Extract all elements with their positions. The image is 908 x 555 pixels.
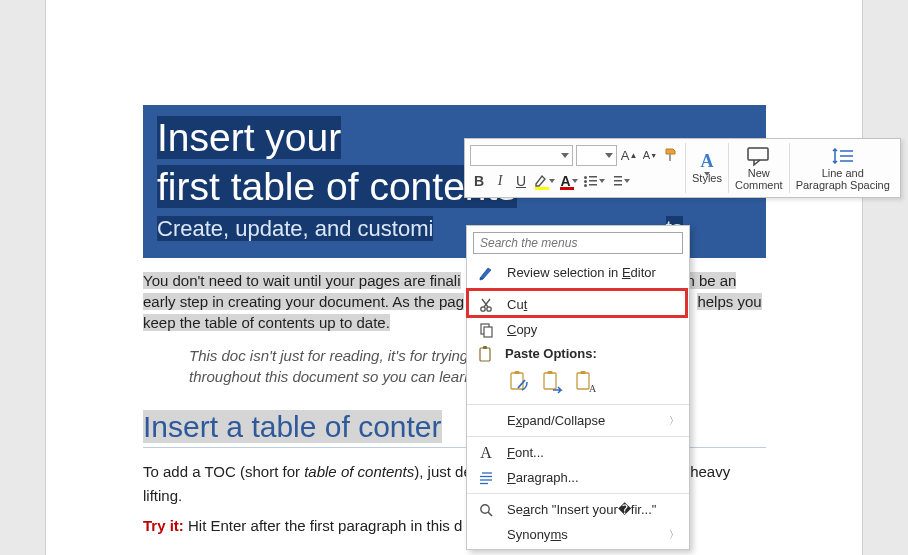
paragraph-icon (477, 469, 495, 487)
italic-button[interactable]: I (491, 172, 509, 190)
font-size-combo[interactable] (576, 145, 617, 166)
font-color-button[interactable]: A (558, 172, 580, 190)
chevron-right-icon: 〉 (669, 414, 679, 428)
banner-title-line2: first table of contents (157, 165, 517, 208)
svg-rect-13 (544, 373, 556, 389)
mini-toolbar: A▲ A▼ B I U A A Styles New (464, 138, 901, 198)
banner-title-line1: Insert your (157, 116, 341, 159)
menu-synonyms[interactable]: Synonyms 〉 (467, 522, 689, 547)
search-icon (477, 501, 495, 519)
paste-merge[interactable] (540, 369, 564, 395)
menu-review-in-editor[interactable]: Review selection in Editor (467, 260, 689, 285)
editor-icon (477, 264, 495, 282)
line-spacing-button[interactable]: Line and Paragraph Spacing (790, 139, 896, 197)
dropdown-icon (605, 153, 613, 158)
font-name-combo[interactable] (470, 145, 573, 166)
bold-button[interactable]: B (470, 172, 488, 190)
paste-keep-source[interactable] (507, 369, 531, 395)
menu-search (473, 232, 683, 254)
svg-rect-16 (581, 371, 586, 374)
svg-rect-14 (548, 371, 553, 374)
copy-icon (477, 321, 495, 339)
svg-rect-11 (511, 373, 523, 389)
context-menu: Review selection in Editor Cut Copy Past… (466, 225, 690, 550)
bullets-button[interactable] (583, 172, 605, 190)
menu-paragraph[interactable]: Paragraph... (467, 465, 689, 490)
menu-copy[interactable]: Copy (467, 317, 689, 342)
spacing-icon (830, 145, 856, 167)
menu-font[interactable]: A Font... (467, 440, 689, 465)
svg-rect-1 (748, 148, 768, 160)
svg-rect-10 (483, 346, 487, 349)
menu-search-input[interactable] (473, 232, 683, 254)
menu-expand-collapse[interactable]: Expand/Collapse 〉 (467, 408, 689, 433)
styles-icon: A (694, 152, 720, 172)
tryit-label: Try it: (143, 517, 188, 534)
menu-paste-options-header: Paste Options: (467, 342, 689, 365)
paste-options-row: A (467, 365, 689, 401)
svg-point-22 (481, 504, 489, 512)
comment-icon (746, 145, 772, 167)
svg-line-23 (488, 512, 492, 516)
svg-rect-9 (480, 348, 490, 361)
dropdown-icon (561, 153, 569, 158)
highlight-button[interactable] (533, 172, 555, 190)
paste-text-only[interactable]: A (573, 369, 597, 395)
highlight-annotation (466, 288, 688, 318)
chevron-right-icon: 〉 (669, 528, 679, 542)
bullets-icon (584, 174, 598, 188)
grow-font-button[interactable]: A▲ (620, 146, 638, 164)
clipboard-icon (477, 345, 493, 363)
new-comment-button[interactable]: New Comment (729, 139, 789, 197)
font-group: A▲ A▼ B I U A (465, 139, 685, 197)
underline-button[interactable]: U (512, 172, 530, 190)
highlight-color-swatch (535, 187, 549, 190)
numbering-icon (609, 174, 623, 188)
format-painter-button[interactable] (662, 146, 680, 164)
numbering-button[interactable] (608, 172, 630, 190)
page: Insert your first table of contents Crea… (46, 0, 862, 555)
font-color-swatch (560, 187, 574, 190)
styles-button[interactable]: A Styles (686, 139, 728, 197)
svg-rect-0 (669, 154, 671, 161)
svg-text:A: A (589, 383, 596, 394)
svg-rect-15 (577, 373, 589, 389)
svg-rect-12 (515, 371, 520, 374)
shrink-font-button[interactable]: A▼ (641, 146, 659, 164)
svg-rect-8 (484, 327, 492, 337)
menu-search-selection[interactable]: Search "Insert your�fir..." (467, 497, 689, 522)
font-icon: A (477, 444, 495, 462)
